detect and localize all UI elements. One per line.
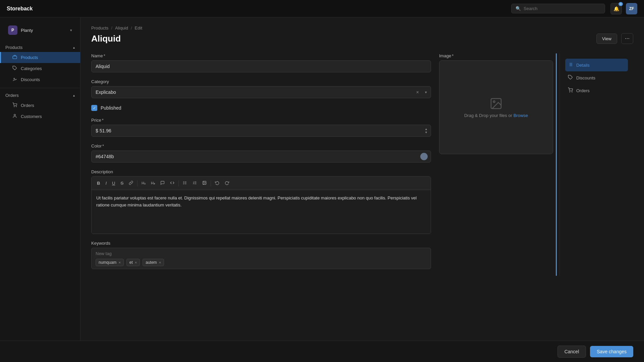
notification-button[interactable]: 🔔 0 xyxy=(610,3,622,14)
published-checkbox[interactable]: ✓ xyxy=(91,105,97,111)
breadcrumb-products[interactable]: Products xyxy=(91,25,108,31)
sidebar-section-products[interactable]: Products ▴ xyxy=(0,43,80,52)
name-input[interactable] xyxy=(91,60,431,72)
svg-point-2 xyxy=(14,78,14,79)
tag-label-et: et xyxy=(129,260,133,265)
italic-button[interactable]: I xyxy=(103,180,109,187)
upload-icon xyxy=(489,97,503,110)
check-icon: ✓ xyxy=(93,106,96,110)
name-field-group: Name* xyxy=(91,53,431,72)
h3-button[interactable]: H₃ xyxy=(149,180,157,186)
save-changes-button[interactable]: Save changes xyxy=(590,346,633,357)
sidebar-section-orders[interactable]: Orders ▴ xyxy=(0,91,80,100)
toolbar-sep-2 xyxy=(178,180,179,186)
price-input[interactable] xyxy=(91,125,431,137)
ordered-list-button[interactable] xyxy=(191,179,199,187)
right-panel-details[interactable]: Details xyxy=(565,59,628,71)
breadcrumb-aliquid[interactable]: Aliquid xyxy=(115,25,128,31)
tag-numquam: numquam × xyxy=(96,259,124,266)
redo-button[interactable] xyxy=(223,179,231,187)
toolbar-sep-3 xyxy=(211,180,211,186)
svg-point-16 xyxy=(204,182,204,183)
link-button[interactable] xyxy=(127,179,135,187)
form-and-panel: Name* Category × ▾ xyxy=(91,53,633,276)
color-swatch[interactable] xyxy=(420,153,428,160)
browse-link[interactable]: Browse xyxy=(514,113,528,118)
bottom-bar: Cancel Save changes xyxy=(0,341,644,362)
right-panel-discounts-label: Discounts xyxy=(576,75,595,80)
workspace-name: Planty xyxy=(21,28,67,33)
sidebar: P Planty ▾ Products ▴ Products Categorie… xyxy=(0,17,80,341)
category-clear-icon[interactable]: × xyxy=(416,89,419,95)
sidebar-item-discounts[interactable]: Discounts xyxy=(0,74,80,85)
tags-row: numquam × et × autem × xyxy=(96,259,427,266)
quote-button[interactable] xyxy=(158,179,167,187)
chevron-down-icon: ▾ xyxy=(70,28,72,33)
svg-point-27 xyxy=(572,92,572,92)
bell-icon: 🔔 xyxy=(613,6,619,11)
page-header: Aliquid View ⋯ xyxy=(91,33,633,44)
sidebar-item-products[interactable]: Products xyxy=(0,52,80,63)
workspace-avatar: P xyxy=(8,25,17,35)
right-panel-discounts[interactable]: Discounts xyxy=(565,71,628,84)
price-decrement-button[interactable]: ▼ xyxy=(425,131,428,134)
category-input[interactable] xyxy=(91,86,431,98)
tag-remove-autem[interactable]: × xyxy=(159,260,161,264)
more-options-button[interactable]: ⋯ xyxy=(621,33,633,44)
breadcrumb-edit: Edit xyxy=(135,25,142,31)
form-container: Name* Category × ▾ xyxy=(91,53,553,276)
sidebar-item-discounts-label: Discounts xyxy=(21,77,40,82)
tag-autem: autem × xyxy=(143,259,164,266)
published-label[interactable]: Published xyxy=(101,105,121,111)
strikethrough-button[interactable]: S xyxy=(118,180,125,187)
svg-point-10 xyxy=(183,183,184,183)
cart-panel-icon xyxy=(568,87,573,94)
toolbar-sep-1 xyxy=(137,180,138,186)
tag-remove-et[interactable]: × xyxy=(135,260,137,264)
user-icon xyxy=(12,114,17,119)
color-input[interactable] xyxy=(91,150,431,163)
sidebar-item-categories[interactable]: Categories xyxy=(0,63,80,74)
image-section: Image* Drag & Drop your files or Browse xyxy=(439,53,553,276)
code-button[interactable] xyxy=(168,179,176,187)
undo-button[interactable] xyxy=(213,179,221,187)
description-editor[interactable]: Ut facilis pariatur voluptas est facere … xyxy=(92,190,431,234)
color-label: Color* xyxy=(91,143,431,148)
search-input[interactable] xyxy=(524,6,601,11)
h2-button[interactable]: H₂ xyxy=(140,180,148,186)
right-panel-orders[interactable]: Orders xyxy=(565,84,628,97)
keywords-input-wrapper: numquam × et × autem × xyxy=(91,248,431,269)
sidebar-divider xyxy=(0,88,80,88)
package-icon xyxy=(12,55,17,60)
sidebar-item-customers[interactable]: Customers xyxy=(0,111,80,122)
price-label: Price* xyxy=(91,118,431,123)
tag-remove-numquam[interactable]: × xyxy=(118,260,120,264)
sidebar-item-orders-label: Orders xyxy=(21,103,34,108)
search-box[interactable]: 🔍 xyxy=(511,4,605,13)
vertical-divider xyxy=(556,53,557,276)
view-button[interactable]: View xyxy=(596,34,617,44)
image-label: Image* xyxy=(439,53,553,58)
price-increment-button[interactable]: ▲ xyxy=(425,128,428,131)
svg-point-11 xyxy=(183,184,184,184)
image-button[interactable] xyxy=(200,179,209,187)
cancel-button[interactable]: Cancel xyxy=(557,346,586,358)
underline-button[interactable]: U xyxy=(110,180,117,187)
workspace-selector[interactable]: P Planty ▾ xyxy=(3,23,77,38)
bold-button[interactable]: B xyxy=(95,180,102,187)
keywords-field-group: Keywords numquam × et xyxy=(91,241,431,269)
svg-point-18 xyxy=(493,101,495,102)
chevron-up-icon-2: ▴ xyxy=(73,94,75,97)
user-avatar[interactable]: ZF xyxy=(626,3,637,14)
image-upload-area[interactable]: Drag & Drop your files or Browse xyxy=(439,60,553,154)
tag-label-autem: autem xyxy=(146,260,157,265)
bullet-list-button[interactable] xyxy=(181,179,189,187)
keywords-input[interactable] xyxy=(96,251,427,256)
published-wrapper: ✓ Published xyxy=(91,105,431,111)
app-logo: Storeback xyxy=(7,6,33,12)
sidebar-section-products-label: Products xyxy=(5,45,22,50)
breadcrumb-sep-1: / xyxy=(111,25,112,31)
content-area: Products / Aliquid / Edit Aliquid View ⋯ xyxy=(80,17,644,341)
sidebar-section-orders-label: Orders xyxy=(5,93,19,98)
sidebar-item-orders[interactable]: Orders xyxy=(0,100,80,111)
